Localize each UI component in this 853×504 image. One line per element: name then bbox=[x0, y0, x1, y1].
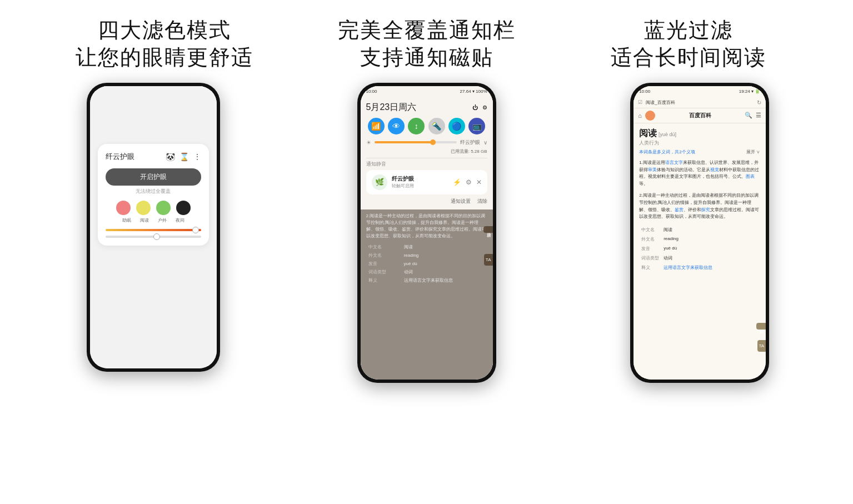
p2-status-right: 27.64 ▾ 100% bbox=[460, 89, 487, 94]
table-row: 词语类型 动词 bbox=[366, 268, 487, 276]
p1-color-dot-3[interactable] bbox=[176, 201, 191, 215]
phone-col-2: 10:00 27.64 ▾ 100% 5月23日周六 ⏻ ⚙ bbox=[290, 83, 563, 383]
p3-word-category: 人类行为 bbox=[639, 139, 760, 147]
p1-app-panel: 纤云护眼 🐼 ⌛ ⋮ 开启护眼 无法绕过全覆盖 bbox=[98, 144, 209, 246]
p3-avatar bbox=[645, 111, 655, 121]
p2-notif-text: 纤云护眼 轻触可启用 bbox=[392, 175, 448, 189]
p2-article-text: 2.阅读是一种主动的过程，是由阅读者根据不同的目的加以调节控制的,陶冶人们的情操… bbox=[366, 213, 487, 239]
p1-color-dot-0[interactable] bbox=[116, 201, 131, 215]
table-label: 中文名 bbox=[639, 225, 661, 234]
p2-notif-footer: 通知设置 清除 bbox=[366, 198, 487, 205]
p2-notif-app-icon: 🌿 bbox=[372, 174, 387, 190]
header-col-3: 蓝光过滤 适合长时间阅读 bbox=[557, 17, 820, 72]
p2-bt-btn[interactable]: 🔵 bbox=[448, 118, 465, 134]
table-value: reading bbox=[661, 234, 760, 244]
p2-table: 中文名 阅读 外文名 reading 发音 yuè dú bbox=[366, 243, 487, 285]
phone-screen-2: 10:00 27.64 ▾ 100% 5月23日周六 ⏻ ⚙ bbox=[361, 86, 493, 380]
table-label: 发音 bbox=[639, 244, 661, 253]
p2-bright-track[interactable] bbox=[375, 141, 457, 143]
p2-ta-btn[interactable]: TA bbox=[484, 254, 493, 266]
p2-notif-dismiss-btn[interactable]: 清除 bbox=[477, 198, 487, 205]
p2-date: 5月23日周六 bbox=[366, 102, 417, 113]
table-row: 外文名 reading bbox=[639, 234, 760, 244]
table-cell-value: 运用语言文字来获取信息 bbox=[402, 276, 487, 285]
p1-slider-1[interactable] bbox=[106, 229, 201, 231]
p3-browser-url[interactable]: 阅读_百度百科 bbox=[646, 99, 754, 106]
p2-notif-settings-btn[interactable]: 通知设置 bbox=[451, 198, 471, 205]
p3-menu-icon[interactable]: ☰ bbox=[756, 112, 761, 119]
table-value: yuè dú bbox=[661, 244, 760, 253]
p1-color-label-1: 阅读 bbox=[137, 217, 152, 223]
p2-toc-btn[interactable]: 目录 bbox=[483, 226, 493, 233]
p1-panel-header: 纤云护眼 🐼 ⌛ ⋮ bbox=[106, 152, 201, 162]
table-row: 释义 运用语言文字来获取信息 bbox=[639, 263, 760, 272]
p2-bright-thumb bbox=[430, 139, 436, 145]
p1-color-row bbox=[106, 201, 201, 215]
header-title-2b: 支持通知磁贴 bbox=[296, 44, 558, 71]
table-row: 释义 运用语言文字来获取信息 bbox=[366, 276, 487, 285]
p2-settings-icon[interactable]: ⚙ bbox=[482, 104, 487, 111]
p1-btn-sub: 无法绕过全覆盖 bbox=[106, 188, 201, 195]
p3-home-icon[interactable]: ⌂ bbox=[638, 112, 642, 119]
table-row: 中文名 阅读 bbox=[639, 225, 760, 234]
p2-status-bar: 10:00 27.64 ▾ 100% bbox=[361, 86, 493, 97]
p1-status-bar bbox=[90, 86, 217, 99]
p3-status-time: 10:00 bbox=[639, 89, 650, 94]
table-cell-value: 阅读 bbox=[402, 243, 487, 251]
header-title-1b: 让您的眼睛更舒适 bbox=[33, 44, 296, 71]
p1-color-dot-2[interactable] bbox=[156, 201, 171, 215]
phone-col-1: 纤云护眼 🐼 ⌛ ⋮ 开启护眼 无法绕过全覆盖 bbox=[17, 83, 290, 372]
p2-notif-title: 纤云护眼 bbox=[392, 175, 448, 183]
p2-divider bbox=[366, 158, 487, 158]
p3-expand-btn[interactable]: 展开 ∨ bbox=[746, 149, 760, 155]
p3-refresh-icon[interactable]: ↻ bbox=[757, 99, 761, 106]
header-title-2a: 完美全覆盖通知栏 bbox=[296, 17, 558, 44]
table-label: 词语类型 bbox=[639, 253, 661, 263]
table-value-link[interactable]: 运用语言文字来获取信息 bbox=[661, 263, 760, 272]
p2-content-area: 2.阅读是一种主动的过程，是由阅读者根据不同的目的加以调节控制的,陶冶人们的情操… bbox=[361, 209, 493, 380]
p1-icon-panda: 🐼 bbox=[166, 152, 175, 161]
p3-word-polysemy: 本词条是多义词，共2个义项 展开 ∨ bbox=[639, 149, 760, 155]
phones-row: 纤云护眼 🐼 ⌛ ⋮ 开启护眼 无法绕过全覆盖 bbox=[0, 77, 853, 504]
p2-bright-chevron: ∨ bbox=[483, 139, 487, 146]
p2-bright-icon: ☀ bbox=[366, 139, 371, 146]
table-row: 发音 yuè dú bbox=[639, 244, 760, 253]
p1-icon-hourglass: ⌛ bbox=[179, 152, 189, 161]
p1-screen: 纤云护眼 🐼 ⌛ ⋮ 开启护眼 无法绕过全覆盖 bbox=[90, 86, 217, 368]
p1-panel-title: 纤云护眼 bbox=[106, 152, 134, 162]
p2-power-icon[interactable]: ⏻ bbox=[472, 104, 478, 111]
p2-brightness-row: ☀ 纤云护眼 ∨ bbox=[366, 139, 487, 146]
p2-screen-btn[interactable]: 📺 bbox=[468, 118, 485, 134]
table-label: 外文名 bbox=[639, 234, 661, 244]
p2-bright-label: 纤云护眼 bbox=[460, 139, 480, 146]
header-col-2: 完美全覆盖通知栏 支持通知磁贴 bbox=[296, 17, 558, 72]
table-row: 外文名 reading bbox=[366, 251, 487, 260]
phone-frame-1: 纤云护眼 🐼 ⌛ ⋮ 开启护眼 无法绕过全覆盖 bbox=[87, 83, 220, 372]
p2-screen: 10:00 27.64 ▾ 100% 5月23日周六 ⏻ ⚙ bbox=[361, 86, 493, 380]
table-row: 发音 yuè dú bbox=[366, 260, 487, 268]
p2-eye-btn[interactable]: 👁 bbox=[388, 118, 405, 134]
p1-color-label-3: 夜间 bbox=[173, 217, 187, 223]
p2-wifi-btn[interactable]: 📶 bbox=[368, 118, 385, 134]
p3-word-pinyin: [yuè dú] bbox=[659, 132, 676, 137]
p3-word-title-row: 阅读 [yuè dú] bbox=[639, 128, 760, 139]
p1-slider-2[interactable] bbox=[106, 236, 201, 238]
phone-screen-3: 10:00 19:24 ▾ 🔋 ☑ 阅读_百度百科 ↻ ⌂ 百度百科 bbox=[633, 86, 766, 380]
p3-toc-btn[interactable]: 目录 bbox=[756, 323, 766, 330]
p1-color-dot-1[interactable] bbox=[136, 201, 151, 215]
header-title-3a: 蓝光过滤 bbox=[557, 17, 820, 44]
p2-notif-gear[interactable]: ⚙ bbox=[466, 178, 472, 186]
p2-data-btn[interactable]: ↕ bbox=[408, 118, 425, 134]
p3-ta-btn[interactable]: TA bbox=[757, 340, 766, 352]
p3-screen: 10:00 19:24 ▾ 🔋 ☑ 阅读_百度百科 ↻ ⌂ 百度百科 bbox=[633, 86, 766, 380]
p3-status-bar: 10:00 19:24 ▾ 🔋 bbox=[633, 86, 766, 97]
p3-status-right: 19:24 ▾ 🔋 bbox=[739, 89, 760, 94]
p3-table: 中文名 阅读 外文名 reading 发音 yuè dú bbox=[639, 225, 760, 272]
p3-browser-bar: ☑ 阅读_百度百科 ↻ bbox=[633, 97, 766, 108]
p1-open-btn[interactable]: 开启护眼 bbox=[106, 168, 201, 186]
p3-search-icon[interactable]: 🔍 bbox=[745, 112, 752, 119]
table-value: 动词 bbox=[661, 253, 760, 263]
p2-notif-close[interactable]: ✕ bbox=[476, 178, 482, 186]
p2-torch-btn[interactable]: 🔦 bbox=[428, 118, 445, 134]
p2-notif-bolt[interactable]: ⚡ bbox=[453, 178, 461, 186]
